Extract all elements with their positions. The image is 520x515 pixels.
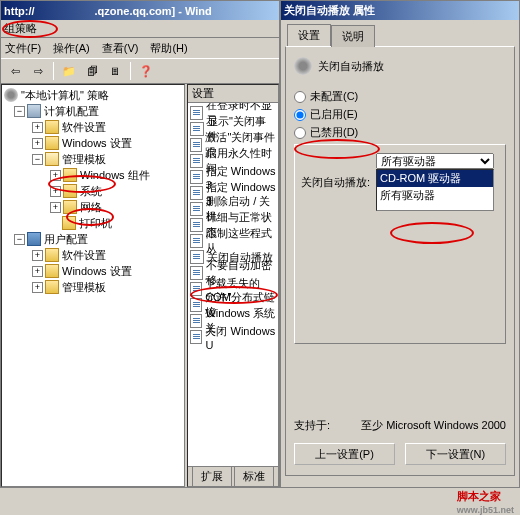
expand-icon[interactable]: + [32,266,43,277]
folder-icon [45,280,59,294]
folder-icon [63,168,77,182]
gpedit-window: http:// .qzone.qq.com] - Wind 组策略 文件(F) … [0,0,280,488]
next-setting-button[interactable]: 下一设置(N) [405,443,506,465]
doc-icon [190,154,203,168]
radio-input[interactable] [294,91,306,103]
radio-input[interactable] [294,109,306,121]
prev-setting-button[interactable]: 上一设置(P) [294,443,395,465]
tree-user-admin[interactable]: +管理模板 [4,279,182,295]
doc-icon [190,330,202,344]
expand-icon[interactable]: + [32,250,43,261]
doc-icon [190,218,203,232]
list-item[interactable]: 关闭 Windows U [190,329,276,345]
toolbar: ⇦ ⇨ 📁 🗐 🗏 ❓ [1,58,279,84]
tab-content: 关闭自动播放 未配置(C) 已启用(E) 已禁用(D) 关闭自动播放: 所有驱动… [285,46,515,476]
tree-system[interactable]: +系统 [4,183,182,199]
folder-icon [62,216,76,230]
tree-admin-templates[interactable]: −管理模板 [4,151,182,167]
dialog-titlebar: 关闭自动播放 属性 [281,1,519,20]
drives-listbox[interactable]: CD-ROM 驱动器 所有驱动器 [376,169,494,211]
setting-icon [294,57,312,75]
tree-software[interactable]: +软件设置 [4,119,182,135]
drives-select[interactable]: 所有驱动器 [376,153,494,169]
expand-icon[interactable]: + [50,170,61,181]
dialog-title: 关闭自动播放 属性 [284,3,375,18]
support-row: 支持于: 至少 Microsoft Windows 2000 [294,418,506,433]
doc-icon [190,170,203,184]
support-value: 至少 Microsoft Windows 2000 [361,418,506,433]
expand-icon[interactable]: + [32,138,43,149]
doc-icon [190,282,202,296]
folder-icon [63,184,77,198]
folder-icon [45,136,59,150]
forward-button[interactable]: ⇨ [28,61,48,81]
app-title: 组策略 [4,21,37,36]
radio-enabled[interactable]: 已启用(E) [294,107,506,122]
menu-file[interactable]: 文件(F) [5,41,41,56]
tree-computer-config[interactable]: −计算机配置 [4,103,182,119]
folder-open-icon [45,152,59,166]
tab-standard[interactable]: 标准 [234,467,274,487]
browser-titlebar: http:// .qzone.qq.com] - Wind [1,1,279,20]
tree-pane[interactable]: "本地计算机" 策略 −计算机配置 +软件设置 +Windows 设置 −管理模… [1,84,185,487]
expand-icon[interactable]: + [50,202,61,213]
policy-icon [4,88,18,102]
doc-icon [190,122,204,136]
doc-icon [190,106,203,120]
url-fragment2: .qzone.qq.com] - Wind [95,5,212,17]
tab-setting[interactable]: 设置 [287,24,331,46]
options-group: 关闭自动播放: 所有驱动器 CD-ROM 驱动器 所有驱动器 [294,144,506,344]
tree-user-windows[interactable]: +Windows 设置 [4,263,182,279]
computer-icon [27,104,41,118]
up-button[interactable]: 📁 [59,61,79,81]
expand-icon[interactable]: + [32,122,43,133]
doc-icon [190,314,202,328]
setting-heading: 关闭自动播放 [318,59,384,74]
tree-root[interactable]: "本地计算机" 策略 [4,87,182,103]
menu-view[interactable]: 查看(V) [102,41,139,56]
expand-icon[interactable]: + [32,282,43,293]
tree-user-software[interactable]: +软件设置 [4,247,182,263]
list-body[interactable]: 在登录时不显示显示"关闭事件激活"关闭事件跟启用永久性时间指定 Windows … [188,103,278,466]
props-button[interactable]: 🗐 [82,61,102,81]
tab-extended[interactable]: 扩展 [192,467,232,487]
list-tabs: 扩展 标准 [188,466,278,486]
doc-icon [190,298,202,312]
collapse-icon[interactable]: − [14,106,25,117]
doc-icon [190,138,202,152]
button-row: 上一设置(P) 下一设置(N) [294,443,506,465]
folder-icon [45,264,59,278]
doc-icon [190,250,204,264]
back-button[interactable]: ⇦ [5,61,25,81]
list-pane: 设置 在登录时不显示显示"关闭事件激活"关闭事件跟启用永久性时间指定 Windo… [187,84,279,487]
radio-input[interactable] [294,127,306,139]
tree-network[interactable]: +网络 [4,199,182,215]
list-option-cdrom[interactable]: CD-ROM 驱动器 [377,170,493,187]
list-header[interactable]: 设置 [188,85,278,103]
list-item[interactable]: 限制这些程式从 [190,233,276,249]
radio-not-configured[interactable]: 未配置(C) [294,89,506,104]
tree-user-config[interactable]: −用户配置 [4,231,182,247]
tree-win-components[interactable]: +Windows 组件 [4,167,182,183]
list-option-all[interactable]: 所有驱动器 [377,187,493,204]
collapse-icon[interactable]: − [32,154,43,165]
tab-explain[interactable]: 说明 [331,25,375,47]
watermark: 脚本之家 www.jb51.net [457,484,514,515]
menu-action[interactable]: 操作(A) [53,41,90,56]
support-label: 支持于: [294,418,330,433]
tree-windows-settings[interactable]: +Windows 设置 [4,135,182,151]
option-label: 关闭自动播放: [301,175,370,190]
doc-icon [190,266,203,280]
collapse-icon[interactable]: − [14,234,25,245]
user-icon [27,232,41,246]
refresh-button[interactable]: 🗏 [105,61,125,81]
help-button[interactable]: ❓ [136,61,156,81]
app-titlebar: 组策略 [1,20,279,38]
radio-disabled[interactable]: 已禁用(D) [294,125,506,140]
menubar: 文件(F) 操作(A) 查看(V) 帮助(H) [1,38,279,58]
menu-help[interactable]: 帮助(H) [150,41,187,56]
tree-printer[interactable]: 打印机 [4,215,182,231]
url-fragment: http:// [4,5,35,17]
folder-icon [45,248,59,262]
expand-icon[interactable]: + [50,186,61,197]
